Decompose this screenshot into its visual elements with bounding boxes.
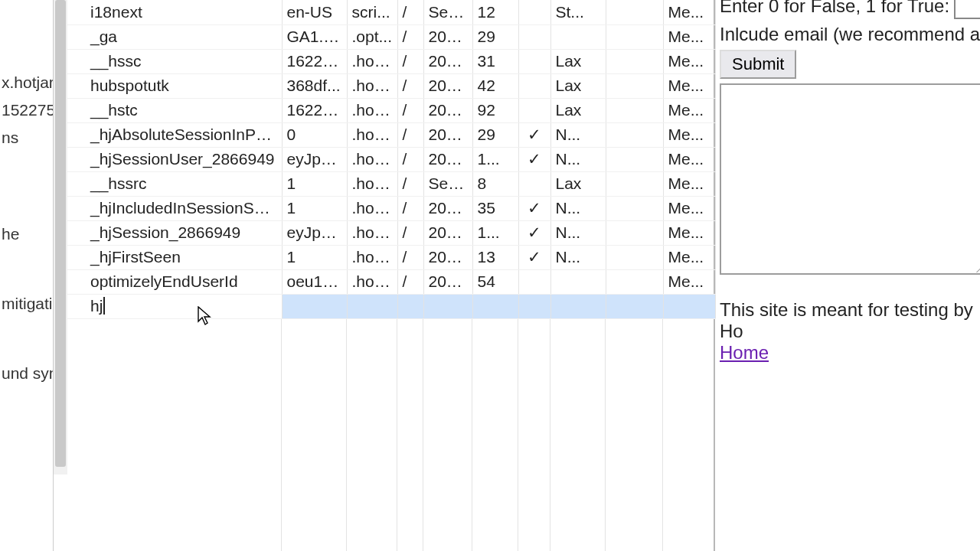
cell-size[interactable]: 29 <box>472 24 518 49</box>
bool-input[interactable] <box>954 0 980 19</box>
cell-size[interactable]: 92 <box>472 98 518 122</box>
cell-name[interactable]: hubspotutk <box>67 73 282 98</box>
table-row[interactable]: hubspotutk368df....hotj.../202...42LaxMe… <box>67 73 715 98</box>
cell-samesite[interactable] <box>606 73 663 98</box>
cell-name[interactable]: _hjAbsoluteSessionInProgr... <box>67 122 282 147</box>
submit-button[interactable]: Submit <box>720 50 796 79</box>
cell-httponly[interactable] <box>518 98 550 122</box>
cell-value[interactable]: 0 <box>282 122 347 147</box>
cell-domain[interactable]: .hotj... <box>347 196 397 220</box>
cell-name-editing[interactable]: hj <box>67 294 282 318</box>
cell-priority[interactable]: Me... <box>663 196 715 220</box>
cell-httponly[interactable] <box>518 269 550 294</box>
cell-domain[interactable]: .hotj... <box>347 220 397 245</box>
table-row[interactable]: optimizelyEndUserIdoeu17....hotj.../202.… <box>67 269 715 294</box>
cell-path[interactable]: / <box>397 220 423 245</box>
cell-secure[interactable]: Lax <box>550 49 606 73</box>
sidebar-item[interactable]: mitigatio <box>0 290 53 318</box>
devtools-sidebar[interactable]: x.hotjar.c 152275. ns he mitigatio und s… <box>0 0 54 551</box>
cell-name[interactable]: optimizelyEndUserId <box>67 269 282 294</box>
cell-name[interactable]: _hjSession_2866949 <box>67 220 282 245</box>
cell-path[interactable]: / <box>397 245 423 269</box>
cell-expires[interactable]: 202... <box>423 24 472 49</box>
cell-samesite[interactable] <box>606 196 663 220</box>
table-row[interactable]: __hssc16221....hotj.../202...31LaxMe... <box>67 49 715 73</box>
cell-secure[interactable]: St... <box>550 0 606 24</box>
cell-path[interactable]: / <box>397 122 423 147</box>
table-row[interactable]: i18nexten-USscri.../Ses...12St...Me... <box>67 0 715 24</box>
cell-domain[interactable]: .hotj... <box>347 122 397 147</box>
cell-priority[interactable]: Me... <box>663 49 715 73</box>
cell-value[interactable]: 1 <box>282 196 347 220</box>
home-link[interactable]: Home <box>720 342 769 363</box>
cell-value[interactable]: 16221... <box>282 98 347 122</box>
cell-domain[interactable]: .hotj... <box>347 245 397 269</box>
cell-priority[interactable]: Me... <box>663 24 715 49</box>
cell-priority[interactable]: Me... <box>663 220 715 245</box>
cell-expires[interactable]: 202... <box>423 196 472 220</box>
cell-size[interactable]: 8 <box>472 171 518 196</box>
cell-path[interactable]: / <box>397 147 423 171</box>
cell-name[interactable]: __hssc <box>67 49 282 73</box>
cell-samesite[interactable] <box>606 245 663 269</box>
table-row[interactable]: _hjAbsoluteSessionInProgr...0.hotj.../20… <box>67 122 715 147</box>
cell-name[interactable]: _hjSessionUser_2866949 <box>67 147 282 171</box>
cell-priority[interactable]: Me... <box>663 269 715 294</box>
cell-priority[interactable]: Me... <box>663 147 715 171</box>
cell-path[interactable]: / <box>397 171 423 196</box>
cell-domain[interactable]: scri... <box>347 0 397 24</box>
cell-path[interactable]: / <box>397 24 423 49</box>
cell-secure[interactable]: N... <box>550 245 606 269</box>
table-row[interactable]: _gaGA1.2.....opt.../202...29Me... <box>67 24 715 49</box>
cell-expires[interactable]: 202... <box>423 269 472 294</box>
cell-value[interactable]: 16221... <box>282 49 347 73</box>
table-row[interactable]: _hjSession_2866949eyJpZ....hotj.../202..… <box>67 220 715 245</box>
cell-expires[interactable]: 202... <box>423 98 472 122</box>
table-row[interactable]: _hjSessionUser_2866949eyJpZ....hotj.../2… <box>67 147 715 171</box>
cell-value[interactable]: eyJpZ... <box>282 147 347 171</box>
cell-priority[interactable]: Me... <box>663 98 715 122</box>
cell-size[interactable]: 29 <box>472 122 518 147</box>
cell-httponly[interactable]: ✓ <box>518 122 550 147</box>
cell-path[interactable]: / <box>397 196 423 220</box>
cell-secure[interactable]: N... <box>550 220 606 245</box>
cell-priority[interactable]: Me... <box>663 73 715 98</box>
cell-name[interactable]: _hjFirstSeen <box>67 245 282 269</box>
cell-name[interactable]: i18next <box>67 0 282 24</box>
sidebar-item[interactable]: 152275. <box>0 96 53 124</box>
cell-expires[interactable]: 202... <box>423 49 472 73</box>
cell-value[interactable]: 1 <box>282 171 347 196</box>
cell-domain[interactable]: .hotj... <box>347 269 397 294</box>
cell-secure[interactable] <box>550 269 606 294</box>
cell-secure[interactable] <box>550 24 606 49</box>
cell-path[interactable]: / <box>397 98 423 122</box>
cell-samesite[interactable] <box>606 0 663 24</box>
cell-priority[interactable]: Me... <box>663 122 715 147</box>
cell-samesite[interactable] <box>606 171 663 196</box>
cell-size[interactable]: 35 <box>472 196 518 220</box>
cell-priority[interactable]: Me... <box>663 0 715 24</box>
cell-httponly[interactable] <box>518 49 550 73</box>
cell-value[interactable]: eyJpZ... <box>282 220 347 245</box>
cell-secure[interactable]: N... <box>550 122 606 147</box>
table-row[interactable]: __hstc16221....hotj.../202...92LaxMe... <box>67 98 715 122</box>
cell-size[interactable]: 1... <box>472 147 518 171</box>
cell-domain[interactable]: .hotj... <box>347 49 397 73</box>
cell-httponly[interactable] <box>518 24 550 49</box>
cell-httponly[interactable]: ✓ <box>518 196 550 220</box>
table-row[interactable]: _hjIncludedInSessionSamp...1.hotj.../202… <box>67 196 715 220</box>
resize-grip-icon[interactable] <box>976 262 980 272</box>
cell-secure[interactable]: Lax <box>550 73 606 98</box>
cell-expires[interactable]: 202... <box>423 73 472 98</box>
cell-value[interactable]: 368df... <box>282 73 347 98</box>
cell-httponly[interactable] <box>518 73 550 98</box>
cell-samesite[interactable] <box>606 122 663 147</box>
cell-value[interactable]: 1 <box>282 245 347 269</box>
cell-samesite[interactable] <box>606 24 663 49</box>
cell-name[interactable]: _ga <box>67 24 282 49</box>
cell-name[interactable]: __hssrc <box>67 171 282 196</box>
cell-size[interactable]: 12 <box>472 0 518 24</box>
cell-size[interactable]: 13 <box>472 245 518 269</box>
cell-priority[interactable]: Me... <box>663 171 715 196</box>
cookies-table[interactable]: i18nexten-USscri.../Ses...12St...Me..._g… <box>67 0 716 319</box>
